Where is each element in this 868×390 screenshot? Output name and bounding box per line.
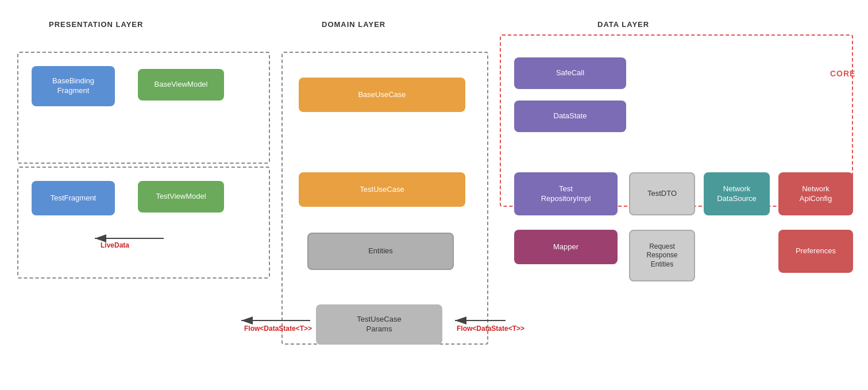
- preferences: Preferences: [778, 230, 853, 273]
- network-datasource: NetworkDataSource: [704, 172, 770, 215]
- entities: Entities: [307, 233, 454, 270]
- network-apiconfig: NetworkApiConfig: [778, 172, 853, 215]
- safe-call: SafeCall: [514, 57, 626, 89]
- test-use-case-params: TestUseCaseParams: [316, 304, 442, 345]
- test-repository-impl: TestRepositoryImpl: [514, 172, 618, 215]
- base-view-model: BaseViewModel: [138, 69, 224, 101]
- test-fragment: TestFragment: [32, 181, 115, 215]
- domain-layer-label: DOMAIN LAYER: [322, 20, 385, 29]
- livedata-label: LiveData: [101, 241, 129, 249]
- mapper: Mapper: [514, 230, 618, 264]
- test-view-model: TestViewModel: [138, 181, 224, 213]
- data-layer-label: DATA LAYER: [597, 20, 649, 29]
- base-use-case: BaseUseCase: [299, 78, 465, 112]
- request-response-entities: RequestResponseEntities: [629, 230, 695, 281]
- test-use-case: TestUseCase: [299, 172, 465, 207]
- diagram-container: PRESENTATION LAYER DOMAIN LAYER DATA LAY…: [0, 0, 868, 390]
- flow-label-1: Flow<DataState<T>>: [244, 325, 312, 333]
- data-state: DataState: [514, 101, 626, 132]
- base-binding-fragment: BaseBindingFragment: [32, 66, 115, 106]
- flow-label-2: Flow<DataState<T>>: [457, 325, 524, 333]
- presentation-layer-label: PRESENTATION LAYER: [49, 20, 143, 29]
- test-dto: TestDTO: [629, 172, 695, 215]
